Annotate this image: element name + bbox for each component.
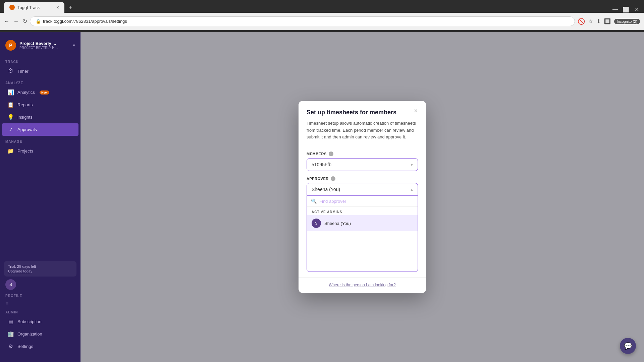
modal-header: Set up timesheets for members Timesheet …	[299, 101, 426, 146]
members-chevron-down-icon: ▾	[411, 162, 413, 167]
eye-slash-icon: 🚫	[578, 18, 585, 25]
modal-title: Set up timesheets for members	[307, 109, 418, 116]
members-value: 51095Ffb	[312, 162, 331, 167]
members-info-icon[interactable]: i	[329, 152, 333, 156]
timer-icon: ⏱	[7, 68, 14, 74]
members-select[interactable]: 51095Ffb ▾	[307, 158, 418, 171]
modal-footer: Where is the person I am looking for?	[299, 277, 426, 293]
analytics-new-badge: New	[40, 90, 49, 95]
maximize-button[interactable]: ⬜	[623, 6, 629, 13]
trial-box: Trial: 28 days left Upgrade today	[4, 261, 76, 277]
sidebar: P Project Beverly ... PROJECT BEVERLY HI…	[0, 32, 80, 362]
organization-icon: 🏢	[7, 331, 14, 337]
workspace-sub: PROJECT BEVERLY HI...	[19, 46, 69, 50]
search-icon: 🔍	[311, 198, 317, 204]
tab-favicon	[9, 5, 15, 10]
approver-dropdown-header[interactable]: Sheena (You) ▴	[307, 183, 418, 196]
trial-text: Trial: 28 days left	[8, 264, 36, 268]
minimize-button[interactable]: —	[612, 6, 619, 13]
approver-search-input[interactable]	[319, 199, 414, 204]
sidebar-item-organization[interactable]: 🏢 Organization	[2, 328, 78, 340]
workspace-header[interactable]: P Project Beverly ... PROJECT BEVERLY HI…	[0, 37, 80, 56]
approvals-icon: ✓	[7, 126, 14, 133]
sidebar-projects-label: Projects	[17, 148, 33, 154]
browser-tab[interactable]: Toggl Track ×	[4, 2, 64, 13]
incognito-badge: Incognito (2)	[614, 19, 640, 24]
sidebar-collapse-icon[interactable]: ≡	[0, 298, 14, 309]
workspace-info: Project Beverly ... PROJECT BEVERLY HI..…	[19, 41, 69, 50]
sidebar-item-subscription[interactable]: ▤ Subscription	[2, 315, 78, 328]
admin-item-sheena[interactable]: S Sheena (You)	[307, 215, 418, 231]
url-text: track.toggl.com/7862831/approvals/settin…	[43, 19, 127, 24]
approver-dropdown-body: 🔍 ACTIVE ADMINS S Sheena (You)	[307, 196, 418, 272]
download-icon[interactable]: ⬇	[596, 18, 601, 24]
profile-avatar[interactable]: S	[5, 279, 16, 290]
approver-field-label: APPROVER i	[307, 176, 418, 181]
close-window-button[interactable]: ✕	[633, 6, 640, 13]
sidebar-subscription-label: Subscription	[17, 319, 42, 324]
address-bar[interactable]: 🔒 track.toggl.com/7862831/approvals/sett…	[30, 16, 575, 26]
sidebar-item-timer[interactable]: ⏱ Timer	[2, 65, 78, 77]
sidebar-reports-label: Reports	[17, 102, 33, 107]
modal-body: MEMBERS i 51095Ffb ▾ APPROVER i	[299, 146, 426, 277]
active-admins-label: ACTIVE ADMINS	[307, 207, 418, 215]
sidebar-item-insights[interactable]: 💡 Insights	[2, 111, 78, 123]
main-content: × Set up timesheets for members Timeshee…	[80, 32, 644, 362]
modal-description: Timesheet setup allows automatic creatio…	[307, 120, 418, 141]
analyze-section-label: ANALYZE	[0, 77, 80, 86]
sidebar-analytics-label: Analytics	[17, 90, 35, 95]
approver-section: APPROVER i Sheena (You) ▴ 🔍	[307, 176, 418, 272]
workspace-name: Project Beverly ...	[19, 41, 69, 46]
sidebar-organization-label: Organization	[17, 331, 42, 337]
projects-icon: 📁	[7, 148, 14, 154]
timesheet-modal: × Set up timesheets for members Timeshee…	[299, 101, 426, 293]
subscription-icon: ▤	[7, 318, 14, 325]
sidebar-timer-label: Timer	[17, 69, 29, 74]
chat-widget[interactable]: 💬	[620, 338, 636, 354]
members-field-label: MEMBERS i	[307, 152, 418, 156]
back-button[interactable]: ←	[4, 18, 9, 24]
approver-chevron-up-icon: ▴	[411, 187, 413, 192]
sidebar-approvals-label: Approvals	[17, 127, 37, 132]
sidebar-settings-label: Settings	[17, 344, 33, 349]
admin-name-sheena: Sheena (You)	[324, 221, 351, 226]
analytics-icon: 📊	[7, 89, 14, 96]
admin-avatar-sheena: S	[312, 219, 321, 228]
dropdown-spacer	[307, 231, 418, 272]
upgrade-link[interactable]: Upgrade today	[8, 269, 72, 273]
chat-icon: 💬	[624, 342, 632, 350]
reports-icon: 📋	[7, 102, 14, 108]
footer-help-link[interactable]: Where is the person I am looking for?	[329, 283, 395, 287]
forward-button[interactable]: →	[13, 18, 19, 24]
approver-search-box[interactable]: 🔍	[307, 196, 418, 207]
sidebar-item-settings[interactable]: ⚙ Settings	[2, 340, 78, 353]
approver-value: Sheena (You)	[312, 187, 340, 192]
tab-close-button[interactable]: ×	[56, 5, 59, 10]
sidebar-item-projects[interactable]: 📁 Projects	[2, 145, 78, 157]
track-section-label: TRACK	[0, 56, 80, 65]
tab-title: Toggl Track	[17, 5, 40, 10]
sidebar-item-approvals[interactable]: ✓ Approvals	[2, 123, 78, 136]
sidebar-item-analytics[interactable]: 📊 Analytics New	[2, 86, 78, 99]
approver-info-icon[interactable]: i	[331, 176, 335, 181]
bookmark-icon[interactable]: ☆	[588, 18, 593, 24]
modal-close-button[interactable]: ×	[411, 106, 421, 116]
extensions-icon[interactable]: 🔲	[604, 18, 611, 24]
modal-overlay[interactable]: × Set up timesheets for members Timeshee…	[80, 32, 644, 362]
workspace-dropdown-icon[interactable]: ▾	[73, 43, 75, 48]
sidebar-item-reports[interactable]: 📋 Reports	[2, 99, 78, 111]
insights-icon: 💡	[7, 114, 14, 120]
new-tab-button[interactable]: +	[66, 2, 75, 13]
settings-icon: ⚙	[7, 343, 14, 350]
refresh-button[interactable]: ↻	[23, 18, 27, 24]
sidebar-insights-label: Insights	[17, 115, 33, 120]
workspace-avatar: P	[5, 40, 16, 51]
lock-icon: 🔒	[36, 19, 41, 24]
manage-section-label: MANAGE	[0, 136, 80, 145]
